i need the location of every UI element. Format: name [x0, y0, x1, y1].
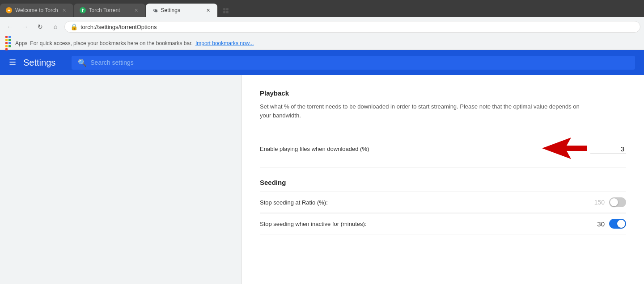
svg-rect-4	[226, 8, 228, 10]
tab-bar: ✦ Welcome to Torch ✕ Torch Torrent ✕	[0, 0, 644, 17]
tab-torrent-close[interactable]: ✕	[133, 7, 140, 14]
main-content: Playback Set what % of the torrent needs…	[0, 75, 644, 284]
hamburger-menu-icon[interactable]: ☰	[9, 58, 16, 67]
seeding-ratio-value: 150	[594, 199, 605, 206]
apps-label: Apps	[15, 40, 27, 46]
playback-setting-row: Enable playing files when downloaded (%)	[260, 130, 626, 168]
svg-marker-7	[542, 138, 587, 159]
address-bar[interactable]: 🔒	[64, 21, 640, 33]
seeding-ratio-controls: 150	[594, 197, 626, 207]
playback-section: Playback Set what % of the torrent needs…	[260, 89, 626, 168]
seeding-ratio-toggle[interactable]	[609, 197, 626, 207]
settings-app-header: ☰ Settings 🔍	[0, 50, 644, 75]
forward-button[interactable]: →	[19, 21, 31, 33]
torch-icon: ✦	[5, 7, 13, 14]
settings-page-title: Settings	[23, 58, 55, 68]
seeding-inactive-label: Stop seeding when inactive for (minutes)…	[260, 221, 592, 227]
settings-search-icon: 🔍	[78, 58, 87, 67]
svg-rect-6	[226, 11, 228, 13]
seeding-inactive-value: 30	[597, 220, 605, 228]
new-tab-button[interactable]	[220, 4, 232, 17]
torrent-icon	[79, 7, 86, 14]
reload-button[interactable]: ↻	[34, 21, 47, 33]
seeding-inactive-controls: 30	[597, 219, 626, 229]
address-bar-row: ← → ↻ ⌂ 🔒	[0, 17, 644, 37]
home-button[interactable]: ⌂	[49, 21, 62, 33]
seeding-ratio-label: Stop seeding at Ratio (%):	[260, 199, 589, 206]
tab-settings-close[interactable]: ✕	[205, 7, 212, 14]
url-input[interactable]	[80, 24, 635, 30]
browser-chrome: ✦ Welcome to Torch ✕ Torch Torrent ✕	[0, 0, 644, 75]
svg-rect-5	[223, 11, 225, 13]
bookmarks-bar: Apps For quick access, place your bookma…	[0, 37, 644, 50]
tab-settings-title: Settings	[161, 7, 202, 13]
globe-icon: 🔒	[70, 23, 78, 30]
playback-field-label: Enable playing files when downloaded (%)	[260, 146, 537, 152]
seeding-row-0: Stop seeding at Ratio (%): 150	[260, 192, 626, 213]
tab-welcome-title: Welcome to Torch	[15, 7, 58, 13]
tab-welcome-close[interactable]: ✕	[61, 7, 68, 14]
tab-torrent-title: Torch Torrent	[89, 7, 130, 13]
apps-grid-icon	[5, 36, 13, 50]
playback-percentage-input[interactable]	[590, 144, 626, 154]
seeding-row-1: Stop seeding when inactive for (minutes)…	[260, 213, 626, 234]
settings-search-input[interactable]	[90, 59, 629, 66]
svg-text:✦: ✦	[7, 8, 11, 13]
tab-torrent[interactable]: Torch Torrent ✕	[74, 4, 145, 17]
seeding-section: Seeding Stop seeding at Ratio (%): 150 S…	[260, 179, 626, 234]
tab-welcome[interactable]: ✦ Welcome to Torch ✕	[0, 4, 73, 17]
red-arrow	[542, 136, 587, 162]
settings-content-panel: Playback Set what % of the torrent needs…	[242, 75, 644, 284]
settings-search-bar[interactable]: 🔍	[72, 56, 635, 70]
import-bookmarks-link[interactable]: Import bookmarks now...	[195, 40, 254, 46]
tab-settings[interactable]: Settings ✕	[146, 4, 217, 17]
seeding-inactive-toggle[interactable]	[609, 219, 626, 229]
playback-section-title: Playback	[260, 89, 626, 97]
back-button[interactable]: ←	[4, 21, 16, 33]
settings-gear-icon	[151, 7, 158, 14]
svg-rect-3	[223, 8, 225, 10]
bookmarks-message: For quick access, place your bookmarks h…	[30, 40, 193, 46]
playback-description: Set what % of the torrent needs to be do…	[260, 102, 582, 120]
seeding-section-title: Seeding	[260, 179, 626, 186]
left-panel	[0, 75, 242, 284]
